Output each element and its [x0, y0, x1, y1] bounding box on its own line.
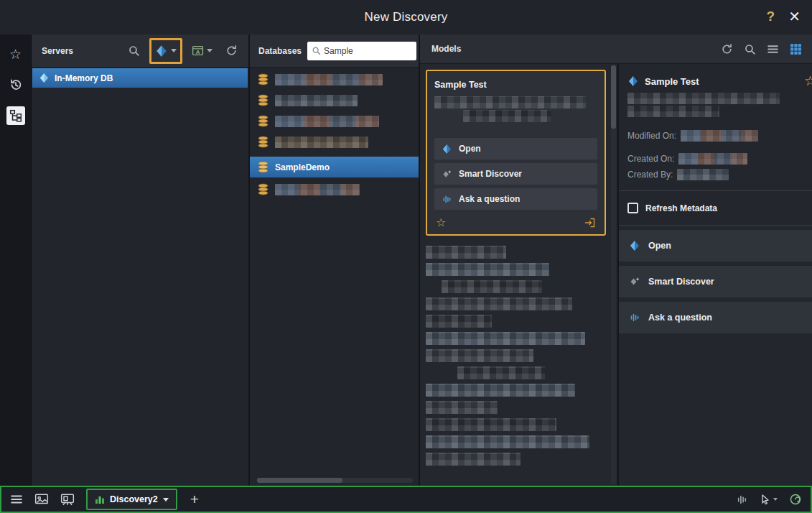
divider: [619, 225, 812, 226]
models-search-icon[interactable]: [744, 43, 756, 55]
databases-search-box: [307, 42, 416, 60]
snapshot-icon[interactable]: [34, 493, 49, 506]
pointer-icon[interactable]: [760, 494, 778, 505]
main-area: ☆ Servers: [0, 34, 812, 486]
spiral-target-icon[interactable]: [789, 493, 802, 506]
databases-search-input[interactable]: [324, 46, 412, 56]
open-action-label: Open: [648, 241, 671, 251]
model-diamond-icon: [627, 75, 639, 87]
bottom-right-tools: [736, 493, 802, 506]
smart-discover-action-row[interactable]: Smart Discover: [619, 266, 812, 297]
redacted-created-date: [678, 153, 747, 165]
open-button[interactable]: Open: [434, 138, 597, 160]
server-row-in-memory-db[interactable]: In-Memory DB: [32, 68, 248, 88]
favorites-icon[interactable]: ☆: [6, 45, 25, 63]
redacted-database-name: [275, 116, 379, 127]
smart-discover-icon: [629, 276, 640, 287]
refresh-metadata-checkbox[interactable]: [627, 203, 638, 213]
model-card-footer: ☆: [434, 217, 597, 228]
redacted-modified-date: [681, 130, 758, 142]
model-diamond-icon: [629, 240, 640, 251]
model-card-sample-test[interactable]: Sample Test Open: [426, 70, 606, 236]
database-cylinder-icon: [257, 136, 269, 148]
database-name: SampleDemo: [275, 162, 330, 172]
databases-list: SampleDemo: [250, 68, 419, 200]
database-row-sampledemo[interactable]: SampleDemo: [250, 157, 419, 177]
grid-view-icon[interactable]: [790, 43, 802, 55]
tab-label: Discovery2: [110, 494, 158, 504]
chevron-down-icon: [163, 498, 169, 502]
smart-discover-button-label: Smart Discover: [459, 169, 522, 179]
add-tab-button[interactable]: +: [190, 492, 199, 507]
database-row-redacted[interactable]: [250, 179, 419, 200]
model-card-title: Sample Test: [434, 80, 597, 90]
servers-panel: Servers: [32, 34, 250, 486]
waveform-icon[interactable]: [736, 494, 748, 506]
svg-text:A: A: [196, 49, 200, 55]
left-rail: ☆: [0, 34, 32, 486]
models-header: Models: [420, 34, 812, 64]
tab-discovery2[interactable]: Discovery2: [86, 489, 177, 510]
ask-a-question-button[interactable]: Ask a question: [434, 188, 597, 210]
database-row-redacted[interactable]: [250, 111, 419, 131]
present-icon[interactable]: [60, 493, 75, 506]
close-icon[interactable]: ✕: [788, 8, 801, 25]
database-cylinder-icon: [257, 115, 269, 127]
titlebar: New Discovery ? ✕: [0, 0, 812, 34]
content-tree-icon[interactable]: [6, 106, 25, 125]
smart-discover-button[interactable]: Smart Discover: [434, 163, 597, 185]
servers-header: Servers: [32, 34, 248, 68]
servers-refresh-icon[interactable]: [222, 42, 241, 60]
database-cylinder-icon: [257, 73, 269, 86]
databases-title: Databases: [258, 46, 302, 56]
open-in-new-icon[interactable]: [584, 217, 596, 228]
smart-discover-action-label: Smart Discover: [648, 277, 714, 287]
models-refresh-icon[interactable]: [721, 43, 733, 55]
menu-icon[interactable]: [10, 493, 23, 506]
database-row-redacted[interactable]: [250, 90, 419, 111]
redacted-database-name: [275, 95, 358, 106]
search-icon: [312, 46, 321, 55]
database-cylinder-icon: [257, 161, 269, 173]
ask-a-question-action-label: Ask a question: [648, 313, 712, 323]
ask-a-question-action-row[interactable]: Ask a question: [619, 302, 812, 333]
models-grid: Sample Test Open: [420, 64, 619, 486]
details-model-title: Sample Test: [645, 76, 699, 87]
chevron-down-icon: [773, 498, 778, 501]
recent-history-icon[interactable]: [6, 75, 25, 94]
refresh-metadata-label: Refresh Metadata: [645, 203, 717, 213]
ask-a-question-button-label: Ask a question: [459, 194, 520, 204]
scrollbar-thumb[interactable]: [611, 65, 616, 129]
list-view-icon[interactable]: [767, 43, 779, 55]
server-type-filter-button[interactable]: [149, 38, 182, 64]
model-diamond-icon: [155, 45, 168, 57]
modified-on-label: Modified On:: [627, 131, 676, 141]
open-action-row[interactable]: Open: [619, 230, 812, 262]
servers-list: In-Memory DB: [32, 68, 248, 88]
scrollbar-thumb[interactable]: [257, 478, 342, 483]
redacted-description: [627, 106, 719, 117]
alias-table-icon: A: [192, 45, 204, 57]
model-diamond-icon: [442, 144, 452, 154]
databases-panel: Databases: [250, 34, 420, 486]
favorite-star-icon[interactable]: ☆: [436, 217, 446, 228]
models-title: Models: [431, 44, 461, 54]
redacted-database-name: [275, 137, 368, 148]
redacted-description: [627, 93, 780, 104]
redacted-description: [434, 96, 586, 108]
open-button-label: Open: [459, 144, 481, 154]
refresh-metadata-toggle[interactable]: Refresh Metadata: [619, 191, 812, 225]
redacted-model-list: [426, 246, 606, 466]
database-row-redacted[interactable]: [250, 131, 419, 152]
database-row-redacted[interactable]: [250, 69, 419, 90]
servers-search-icon[interactable]: [124, 42, 144, 60]
database-cylinder-icon: [257, 94, 269, 106]
favorite-star-icon[interactable]: ☆: [804, 73, 812, 89]
models-vertical-scrollbar: [611, 65, 616, 484]
redacted-database-name: [275, 74, 383, 86]
redacted-description: [463, 110, 551, 122]
display-names-button[interactable]: A: [188, 42, 216, 60]
ask-question-wave-icon: [442, 194, 452, 205]
help-icon[interactable]: ?: [766, 9, 775, 24]
smart-discover-icon: [442, 169, 452, 180]
